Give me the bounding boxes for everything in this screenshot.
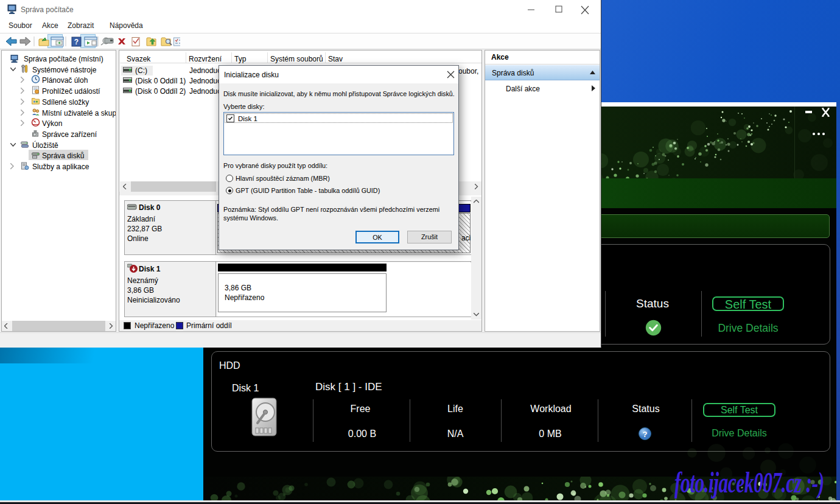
- svg-text:?: ?: [74, 38, 79, 46]
- svg-text:?: ?: [643, 430, 648, 439]
